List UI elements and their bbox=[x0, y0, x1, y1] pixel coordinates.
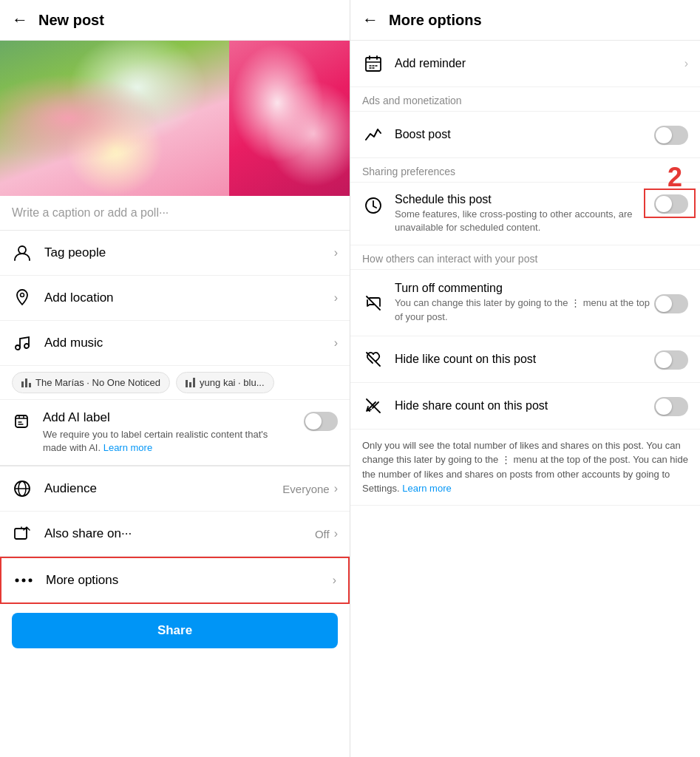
turn-off-commenting-content: Turn off commenting You can change this … bbox=[395, 282, 654, 323]
add-music-chevron: › bbox=[334, 336, 338, 350]
turn-off-commenting-item[interactable]: Turn off commenting You can change this … bbox=[350, 270, 700, 336]
commenting-toggle[interactable] bbox=[654, 294, 688, 313]
svg-point-8 bbox=[16, 579, 19, 583]
add-reminder-item[interactable]: Add reminder › bbox=[350, 41, 700, 87]
music-chip-1[interactable]: The Marías · No One Noticed bbox=[12, 372, 170, 393]
also-share-item[interactable]: Also share on··· Off › bbox=[0, 512, 350, 557]
ai-label-content: Add AI label We require you to label cer… bbox=[43, 410, 293, 455]
ai-label-section: Add AI label We require you to label cer… bbox=[0, 400, 350, 466]
music-icon bbox=[12, 333, 33, 353]
add-music-label: Add music bbox=[44, 336, 334, 350]
svg-rect-7 bbox=[15, 529, 27, 539]
hide-share-icon bbox=[362, 395, 384, 417]
sharing-section-label: Sharing preferences bbox=[350, 158, 700, 183]
tag-people-item[interactable]: Tag people › bbox=[0, 231, 350, 276]
bottom-note: Only you will see the total number of li… bbox=[350, 430, 700, 506]
add-location-item[interactable]: Add location › bbox=[0, 276, 350, 321]
boost-post-label: Boost post bbox=[395, 128, 654, 141]
right-header: ← More options bbox=[350, 0, 700, 41]
music-chip-label-1: The Marías · No One Noticed bbox=[35, 377, 160, 388]
hide-like-count-content: Hide like count on this post bbox=[395, 353, 654, 366]
hide-like-icon bbox=[362, 348, 384, 370]
ai-label-toggle[interactable] bbox=[304, 412, 338, 431]
ads-section-label: Ads and monetization bbox=[350, 87, 700, 112]
audience-label: Audience bbox=[44, 481, 282, 496]
ai-label-description: We require you to label certain realisti… bbox=[43, 428, 293, 455]
boost-post-toggle[interactable] bbox=[654, 126, 688, 145]
music-bar-icon-2 bbox=[186, 378, 195, 387]
hide-like-count-item[interactable]: Hide like count on this post bbox=[350, 336, 700, 383]
add-location-label: Add location bbox=[44, 291, 334, 305]
svg-point-1 bbox=[21, 293, 24, 297]
caption-input[interactable]: Write a caption or add a poll··· bbox=[0, 196, 350, 231]
location-icon bbox=[12, 288, 33, 308]
share-button[interactable]: Share bbox=[12, 613, 338, 648]
more-options-chevron: › bbox=[333, 574, 336, 587]
post-image-2[interactable] bbox=[229, 41, 350, 196]
schedule-post-content: Schedule this post Some features, like c… bbox=[395, 193, 648, 234]
more-options-icon bbox=[13, 570, 34, 591]
like-count-toggle[interactable] bbox=[654, 350, 688, 370]
left-panel: ← New post Write a caption or add a poll… bbox=[0, 0, 350, 757]
also-share-value: Off bbox=[315, 528, 330, 540]
schedule-icon bbox=[362, 194, 384, 217]
add-location-chevron: › bbox=[334, 291, 338, 305]
share-count-toggle[interactable] bbox=[654, 397, 688, 416]
svg-point-9 bbox=[22, 579, 26, 583]
right-back-button[interactable]: ← bbox=[362, 10, 378, 30]
schedule-post-subtitle: Some features, like cross-posting to oth… bbox=[395, 208, 648, 234]
reminder-icon bbox=[362, 52, 384, 75]
ai-label-title: Add AI label bbox=[43, 410, 293, 425]
more-options-item[interactable]: More options › 1 bbox=[0, 557, 350, 604]
tag-people-label: Tag people bbox=[44, 245, 334, 260]
svg-point-10 bbox=[29, 579, 33, 583]
audience-icon bbox=[12, 478, 33, 499]
turn-off-commenting-title: Turn off commenting bbox=[395, 282, 654, 295]
also-share-chevron: › bbox=[334, 527, 338, 540]
left-back-button[interactable]: ← bbox=[12, 10, 28, 30]
music-chips-section: The Marías · No One Noticed yung kai · b… bbox=[0, 366, 350, 400]
boost-icon bbox=[362, 123, 384, 146]
svg-rect-11 bbox=[366, 58, 381, 71]
turn-off-commenting-subtitle: You can change this later by going to th… bbox=[395, 296, 654, 323]
more-options-label: More options bbox=[46, 573, 333, 588]
boost-post-item[interactable]: Boost post bbox=[350, 112, 700, 158]
left-header: ← New post bbox=[0, 0, 350, 41]
also-share-label: Also share on··· bbox=[44, 526, 315, 541]
ai-learn-more-link[interactable]: Learn more bbox=[103, 442, 152, 453]
add-reminder-content: Add reminder bbox=[395, 57, 684, 70]
audience-chevron: › bbox=[334, 482, 338, 495]
right-page-title: More options bbox=[389, 12, 482, 29]
svg-point-2 bbox=[16, 345, 20, 350]
schedule-post-toggle[interactable] bbox=[654, 194, 688, 214]
ai-label-icon bbox=[12, 412, 33, 432]
learn-more-link[interactable]: Learn more bbox=[402, 483, 451, 494]
add-reminder-chevron: › bbox=[684, 57, 688, 70]
hide-like-count-title: Hide like count on this post bbox=[395, 353, 654, 366]
right-panel: ← More options Add reminder › Ads and mo… bbox=[350, 0, 700, 757]
svg-point-0 bbox=[18, 246, 26, 254]
tag-people-icon bbox=[12, 242, 33, 263]
music-chip-2[interactable]: yung kai · blu... bbox=[176, 372, 273, 393]
hide-share-count-item[interactable]: Hide share count on this post bbox=[350, 383, 700, 430]
schedule-post-title: Schedule this post bbox=[395, 193, 648, 206]
schedule-post-item[interactable]: Schedule this post Some features, like c… bbox=[350, 183, 700, 245]
hide-share-count-content: Hide share count on this post bbox=[395, 399, 654, 413]
audience-value: Everyone bbox=[282, 483, 329, 495]
music-bar-icon-1 bbox=[21, 378, 31, 387]
add-reminder-label: Add reminder bbox=[395, 57, 684, 70]
interaction-section-label: How others can interact with your post bbox=[350, 245, 700, 270]
audience-item[interactable]: Audience Everyone › bbox=[0, 466, 350, 512]
tag-people-chevron: › bbox=[334, 246, 338, 259]
svg-rect-4 bbox=[16, 415, 27, 427]
hide-share-count-title: Hide share count on this post bbox=[395, 399, 654, 413]
music-chip-label-2: yung kai · blu... bbox=[200, 377, 264, 388]
left-page-title: New post bbox=[38, 12, 104, 29]
commenting-off-icon bbox=[362, 292, 384, 314]
post-image-1[interactable] bbox=[0, 41, 229, 196]
also-share-icon bbox=[12, 523, 33, 544]
boost-post-content: Boost post bbox=[395, 128, 654, 141]
images-section bbox=[0, 41, 350, 196]
add-music-item[interactable]: Add music › bbox=[0, 321, 350, 366]
